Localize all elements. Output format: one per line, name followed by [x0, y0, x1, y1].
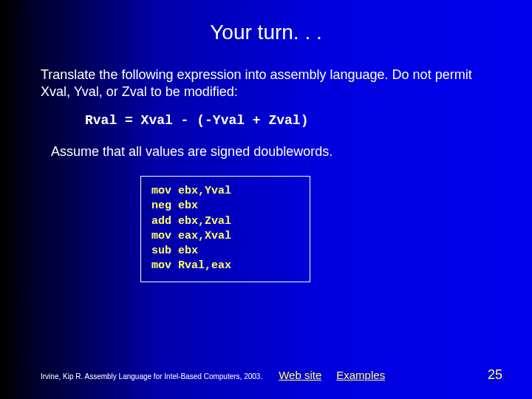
slide-content: Translate the following expression into …: [0, 44, 532, 282]
website-link[interactable]: Web site: [279, 369, 321, 381]
footer: Irvine, Kip R. Assembly Language for Int…: [41, 367, 502, 383]
examples-link[interactable]: Examples: [336, 369, 385, 381]
credit-text: Irvine, Kip R. Assembly Language for Int…: [41, 372, 262, 381]
slide: Your turn. . . Translate the following e…: [0, 0, 532, 399]
page-number: 25: [488, 367, 502, 383]
assumption-text: Assume that all values are signed double…: [51, 144, 491, 160]
slide-title: Your turn. . .: [0, 0, 532, 44]
expression-code: Rval = Xval - (-Yval + Zval): [85, 113, 491, 128]
instruction-text: Translate the following expression into …: [41, 66, 491, 100]
assembly-code-box: mov ebx,Yval neg ebx add ebx,Zval mov ea…: [140, 176, 310, 282]
